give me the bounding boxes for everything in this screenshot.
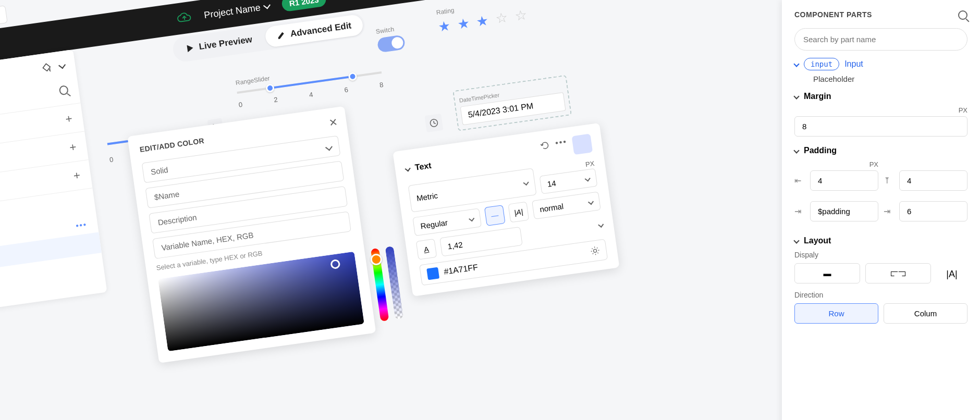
unit-label: PX <box>794 106 967 114</box>
padding-left-input[interactable]: 4 <box>810 170 878 191</box>
padding-top-icon: ⤒ <box>884 176 894 186</box>
unit-label: PX <box>794 160 878 168</box>
split-button[interactable]: Split <box>0 5 8 28</box>
slider-thumb[interactable] <box>265 83 275 93</box>
color-swatch <box>426 267 439 280</box>
chevron-down-icon <box>588 199 594 205</box>
chevron-down-icon <box>523 180 529 186</box>
slider-ticks: 02468 <box>238 81 384 109</box>
alpha-slider[interactable] <box>385 246 403 319</box>
gradient-thumb[interactable] <box>330 259 340 269</box>
cloud-sync-icon <box>176 11 192 25</box>
project-name[interactable]: Project Name <box>203 1 271 20</box>
direction-column-button[interactable]: Colum <box>884 303 967 324</box>
version-badge: R1 2023 <box>281 0 327 12</box>
line-height-icon: A <box>416 239 437 260</box>
search-icon[interactable] <box>58 85 69 95</box>
padding-var-icon: ⇥ <box>794 206 805 216</box>
section-title: Layout <box>804 236 831 245</box>
pencil-icon <box>276 31 286 40</box>
panel-title: COMPONENT PARTS <box>794 10 872 20</box>
input-chip[interactable]: input <box>804 58 839 70</box>
plus-icon[interactable]: + <box>65 112 73 127</box>
section-title: Padding <box>804 146 837 155</box>
font-style-select[interactable]: normal <box>532 191 601 219</box>
text-color-preview <box>572 133 593 155</box>
chevron-down-icon[interactable] <box>793 238 799 243</box>
star-icon[interactable]: ★ <box>437 18 451 35</box>
close-icon[interactable]: ✕ <box>328 116 339 129</box>
panel-title: Text <box>414 161 432 172</box>
direction-label: Direction <box>794 291 967 299</box>
section-title: Margin <box>804 92 831 101</box>
placeholder-item[interactable]: Placeholder <box>794 75 967 83</box>
more-icon[interactable]: ••• <box>75 220 88 230</box>
chevron-down-icon[interactable] <box>58 61 66 69</box>
display-label: Dispaly <box>794 251 931 259</box>
gear-icon[interactable] <box>590 245 600 256</box>
chevron-down-icon <box>585 176 591 181</box>
component-parts-panel: COMPONENT PARTS input Input Placeholder … <box>782 0 980 420</box>
chevron-down-icon[interactable] <box>793 147 799 153</box>
chevron-down-icon <box>469 216 474 221</box>
chevron-down-icon <box>263 2 271 9</box>
switch-toggle[interactable] <box>377 34 406 53</box>
star-icon[interactable]: ★ <box>456 15 470 33</box>
text-transform-caps[interactable]: |A| <box>508 202 529 223</box>
font-weight-select[interactable]: Regular <box>412 208 482 237</box>
padding-top-input[interactable]: 4 <box>899 170 967 191</box>
paint-bucket-icon[interactable] <box>40 61 53 74</box>
switch-label: Switch <box>375 24 403 35</box>
padding-right-icon: ⇥ <box>884 206 894 216</box>
search-icon[interactable] <box>958 10 967 20</box>
chevron-down-icon[interactable] <box>793 61 799 67</box>
star-icon[interactable]: ☆ <box>495 9 509 27</box>
color-editor-panel: ✕ EDIT/ADD COLOR Solid $Name Description… <box>127 106 376 363</box>
star-icon[interactable]: ★ <box>475 13 489 30</box>
padding-left-icon: ⇤ <box>794 176 805 186</box>
plus-icon[interactable]: + <box>69 140 77 155</box>
clock-icon <box>428 118 439 128</box>
display-flex-button[interactable]: ⫍⫎ <box>865 263 931 283</box>
chevron-down-icon[interactable] <box>405 166 411 171</box>
chevron-down-icon <box>325 143 333 151</box>
plus-icon[interactable]: + <box>72 169 81 183</box>
slider-thumb[interactable] <box>348 72 357 81</box>
padding-right-input[interactable]: 6 <box>899 201 967 221</box>
clock-button[interactable] <box>424 114 443 132</box>
text-icon: |A| <box>936 254 967 280</box>
parts-search-input[interactable] <box>794 28 967 51</box>
padding-variable-input[interactable]: $padding <box>810 201 878 221</box>
display-block-button[interactable]: ▬ <box>794 263 860 283</box>
input-link[interactable]: Input <box>844 59 863 69</box>
chevron-down-icon[interactable] <box>598 222 604 228</box>
direction-row-button[interactable]: Row <box>794 303 878 324</box>
more-icon[interactable]: ••• <box>555 137 569 157</box>
text-properties-panel: Text ••• Metric PX 14 Regu <box>393 123 619 297</box>
undo-icon[interactable] <box>539 139 551 151</box>
chevron-down-icon[interactable] <box>793 93 799 99</box>
styles-sidebar: STYLES + Metrics + Typography + <box>0 50 107 322</box>
hue-thumb[interactable] <box>370 253 383 266</box>
svg-point-1 <box>593 249 597 253</box>
datetimepicker-component: DateTimePicker 5/4/2023 3:01 PM <box>452 75 572 131</box>
star-icon[interactable]: ☆ <box>513 7 528 24</box>
play-icon <box>186 44 194 53</box>
margin-input[interactable]: 8 <box>794 116 967 137</box>
text-transform-none[interactable]: — <box>484 205 506 226</box>
